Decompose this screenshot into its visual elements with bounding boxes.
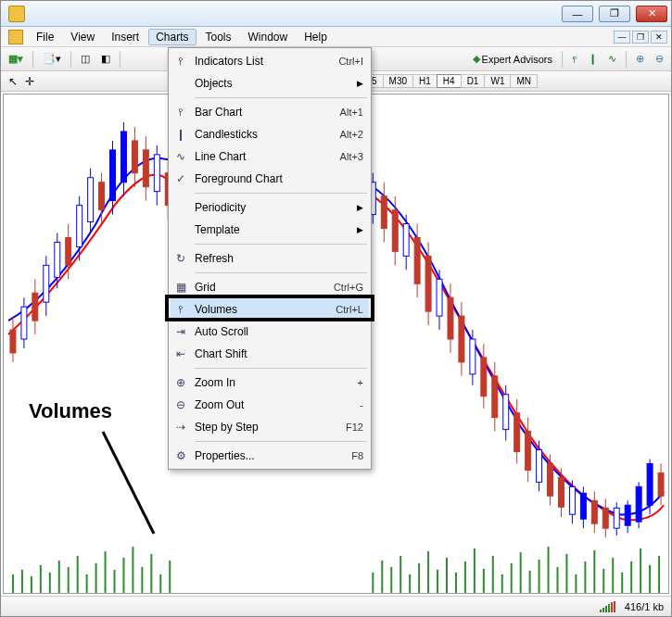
- bar-chart-button[interactable]: ⫯: [568, 50, 581, 69]
- grid-icon: ▦: [172, 279, 189, 296]
- zoom-out-button[interactable]: ⊖: [652, 50, 667, 69]
- menu-item-volumes[interactable]: ⫯VolumesCtrl+L: [171, 298, 369, 321]
- menu-item-grid[interactable]: ▦GridCtrl+G: [171, 276, 369, 298]
- menu-item-indicators-list[interactable]: ⫯Indicators ListCtrl+I: [171, 50, 369, 72]
- menu-item-zoom-in[interactable]: ⊕Zoom In+: [171, 371, 369, 394]
- profile-icon: 📑▾: [43, 53, 61, 65]
- cursor-button[interactable]: ↖: [5, 75, 21, 88]
- minimize-button[interactable]: —: [562, 6, 593, 22]
- charts-dropdown: ⫯Indicators ListCtrl+IObjects▶⫯Bar Chart…: [168, 47, 372, 470]
- menu-item-label: Candlesticks: [195, 128, 335, 141]
- menu-tools[interactable]: Tools: [198, 29, 239, 45]
- candles-right: [370, 173, 664, 537]
- menu-window[interactable]: Window: [241, 29, 296, 45]
- menu-insert[interactable]: Insert: [104, 29, 146, 45]
- menu-shortcut: F8: [351, 450, 363, 461]
- zoom-in-button[interactable]: ⊕: [632, 50, 648, 69]
- svg-rect-125: [614, 508, 619, 528]
- tf-d1[interactable]: D1: [461, 74, 486, 88]
- svg-rect-103: [492, 376, 498, 418]
- profiles-button[interactable]: 📑▾: [39, 50, 65, 69]
- menu-item-label: Objects: [195, 77, 351, 90]
- svg-rect-111: [537, 450, 542, 483]
- svg-rect-59: [55, 242, 60, 277]
- zoomout-icon: ⊖: [172, 397, 189, 413]
- menu-item-candlesticks[interactable]: ❙CandlesticksAlt+2: [171, 123, 369, 145]
- expert-advisors-button[interactable]: ◆ Expert Advisors: [469, 50, 556, 69]
- menu-item-bar-chart[interactable]: ⫯Bar ChartAlt+1: [171, 101, 369, 123]
- menu-item-label: Foreground Chart: [195, 172, 358, 185]
- menu-item-label: Zoom Out: [195, 398, 354, 411]
- app-menu-icon: [8, 30, 23, 44]
- menu-item-periodicity[interactable]: Periodicity▶: [171, 196, 369, 219]
- maximize-button[interactable]: ❐: [599, 6, 630, 22]
- zoomin-icon: ⊕: [636, 53, 644, 65]
- tf-mn[interactable]: MN: [510, 74, 538, 88]
- crosshair-button[interactable]: ✛: [21, 75, 38, 88]
- tf-w1[interactable]: W1: [484, 74, 511, 88]
- volume-bars: [13, 547, 659, 593]
- mdi-close[interactable]: ✕: [651, 31, 667, 44]
- menu-charts[interactable]: Charts: [148, 29, 196, 45]
- menu-item-chart-shift[interactable]: ⇤Chart Shift: [171, 343, 369, 365]
- svg-rect-83: [381, 196, 387, 229]
- menu-file[interactable]: File: [29, 29, 61, 45]
- separator: [32, 51, 33, 68]
- mdi-minimize[interactable]: —: [614, 31, 630, 44]
- menu-item-line-chart[interactable]: ∿Line ChartAlt+3: [171, 145, 369, 168]
- menu-shortcut: Ctrl+L: [336, 304, 363, 315]
- svg-rect-121: [591, 500, 597, 523]
- candle-icon: ❙: [589, 53, 597, 65]
- menu-item-label: Line Chart: [195, 150, 335, 163]
- menu-item-step-by-step[interactable]: ⇢Step by StepF12: [171, 416, 369, 438]
- svg-rect-69: [110, 150, 116, 201]
- menu-item-template[interactable]: Template▶: [171, 219, 369, 241]
- check-icon: ✓: [172, 170, 189, 187]
- svg-rect-77: [154, 155, 159, 192]
- line-chart-button[interactable]: ∿: [604, 50, 620, 69]
- bar-chart-icon: ⫯: [172, 104, 189, 120]
- menu-shortcut: Ctrl+G: [334, 282, 363, 293]
- svg-rect-133: [658, 472, 664, 496]
- navigator-button[interactable]: ◧: [97, 50, 114, 69]
- menu-view[interactable]: View: [63, 29, 102, 45]
- svg-rect-107: [514, 413, 520, 452]
- mdi-restore[interactable]: ❐: [632, 31, 649, 44]
- menu-help[interactable]: Help: [297, 29, 335, 45]
- menu-item-foreground-chart[interactable]: ✓Foreground Chart: [171, 168, 369, 190]
- ea-label: Expert Advisors: [482, 54, 552, 65]
- menu-item-label: Template: [195, 223, 351, 236]
- menu-item-auto-scroll[interactable]: ⇥Auto Scroll: [171, 321, 369, 343]
- menubar: File View Insert Charts Tools Window Hel…: [1, 27, 671, 47]
- menu-item-objects[interactable]: Objects▶: [171, 72, 369, 94]
- tf-h4[interactable]: H4: [437, 74, 462, 88]
- svg-rect-63: [77, 206, 82, 247]
- svg-rect-99: [470, 339, 475, 374]
- mw-icon: ◫: [81, 53, 90, 65]
- menu-separator: [195, 193, 367, 194]
- new-chart-button[interactable]: ▦▾: [5, 50, 27, 69]
- mdi-buttons: — ❐ ✕: [614, 31, 667, 44]
- volumes-icon: ⫯: [172, 301, 189, 318]
- svg-rect-123: [602, 508, 608, 528]
- submenu-arrow-icon: ▶: [357, 203, 363, 212]
- autoscroll-icon: ⇥: [172, 323, 189, 340]
- plus-icon: ▦▾: [8, 53, 23, 65]
- menu-shortcut: Alt+3: [340, 151, 363, 162]
- menu-item-label: Zoom In: [195, 376, 352, 389]
- svg-rect-127: [625, 505, 630, 525]
- menu-shortcut: +: [358, 377, 363, 388]
- menu-item-refresh[interactable]: ↻Refresh: [171, 247, 369, 270]
- menu-item-label: Indicators List: [195, 55, 333, 68]
- svg-rect-91: [425, 256, 431, 311]
- market-watch-button[interactable]: ◫: [77, 50, 94, 69]
- svg-rect-67: [99, 183, 105, 210]
- menu-item-zoom-out[interactable]: ⊖Zoom Out-: [171, 394, 369, 416]
- tf-h1[interactable]: H1: [412, 74, 437, 88]
- svg-rect-119: [580, 493, 586, 519]
- menu-separator: [195, 441, 367, 442]
- close-button[interactable]: ✕: [636, 6, 667, 22]
- candle-chart-button[interactable]: ❙: [585, 50, 601, 69]
- tf-m30[interactable]: M30: [383, 74, 413, 88]
- menu-item-properties-[interactable]: ⚙Properties...F8: [171, 445, 369, 467]
